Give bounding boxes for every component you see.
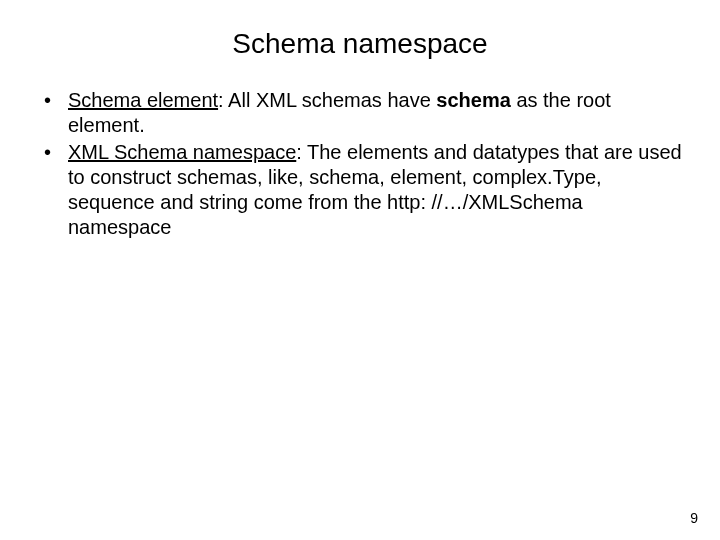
- list-item: Schema element: All XML schemas have sch…: [38, 88, 686, 138]
- bullet-text-bold: schema: [436, 89, 511, 111]
- list-item: XML Schema namespace: The elements and d…: [38, 140, 686, 240]
- bullet-colon: :: [218, 89, 228, 111]
- bullet-text-before: All XML schemas have: [228, 89, 436, 111]
- bullet-list: Schema element: All XML schemas have sch…: [34, 88, 686, 240]
- bullet-colon: :: [296, 141, 307, 163]
- slide: Schema namespace Schema element: All XML…: [0, 0, 720, 540]
- slide-title: Schema namespace: [34, 28, 686, 60]
- bullet-term: XML Schema namespace: [68, 141, 296, 163]
- bullet-term: Schema element: [68, 89, 218, 111]
- page-number: 9: [690, 510, 698, 526]
